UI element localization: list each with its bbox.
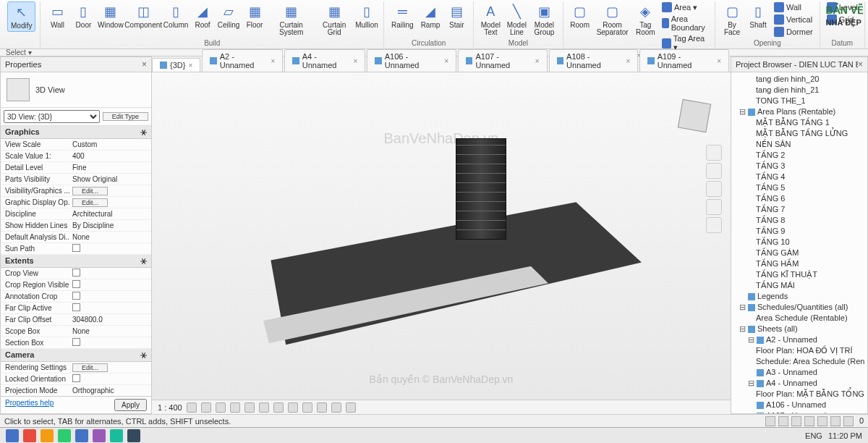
component-button[interactable]: ◫Component [125, 1, 161, 30]
ceiling-button[interactable]: ▱Ceiling [216, 1, 241, 30]
status-icon[interactable] [765, 416, 775, 426]
model-line-button[interactable]: ╲Model Line [504, 1, 529, 38]
prop-row[interactable]: Projection ModeOrthographic [1, 385, 151, 396]
prop-row[interactable]: DisciplineArchitectural [1, 208, 151, 220]
tree-item[interactable]: MẶT BẰNG TẦNG 1 [733, 117, 866, 128]
view-control-icon[interactable] [187, 402, 197, 413]
view-tab[interactable]: A2 - Unnamed× [202, 49, 283, 72]
floor-button[interactable]: ▦Floor [242, 1, 267, 30]
tree-item[interactable]: tang dien hinh_21 [733, 85, 866, 96]
prop-row[interactable]: Scale Value 1:400 [1, 151, 151, 162]
close-icon[interactable]: × [142, 59, 147, 69]
checkbox[interactable] [72, 244, 80, 252]
prop-row[interactable]: Sun Path [1, 243, 151, 255]
view-tab[interactable]: A108 - Unnamed× [549, 49, 639, 72]
tree-item[interactable]: TONG THE_1 [733, 96, 866, 106]
tree-item[interactable]: Legends [733, 291, 866, 302]
view-tab[interactable]: {3D}× [152, 58, 200, 72]
expand-icon[interactable]: ⊟ [747, 335, 754, 345]
modify-button[interactable]: ↖Modify [7, 1, 35, 32]
apply-button[interactable]: Apply [114, 399, 147, 411]
tree-item[interactable]: Floor Plan: MẶT BẰNG TỔNG [733, 389, 866, 400]
view-tab[interactable]: A107 - Unnamed× [458, 49, 548, 72]
door-button[interactable]: ▯Door [71, 1, 95, 30]
prop-row[interactable]: Far Clip Offset304800.0 [1, 314, 151, 326]
tree-item[interactable]: TẦNG 4 [733, 172, 866, 182]
tree-item[interactable]: TẦNG MÁI [733, 280, 866, 291]
tree-item[interactable]: Floor Plan: HOA ĐỒ VỊ TRÍ [733, 345, 866, 356]
checkbox[interactable] [72, 303, 80, 311]
checkbox[interactable] [72, 292, 80, 300]
tab-close-icon[interactable]: × [535, 57, 540, 65]
tree-item[interactable]: TẦNG HẦM [733, 258, 866, 269]
room-separator-button[interactable]: ▢Room Separator [594, 1, 631, 38]
checkbox[interactable] [72, 280, 80, 288]
tab-close-icon[interactable]: × [444, 57, 448, 65]
tree-item[interactable]: A3 - Unnamed [733, 367, 866, 378]
railing-button[interactable]: ═Railing [388, 1, 417, 30]
tree-item[interactable]: A107 - Unnamed [733, 410, 866, 413]
window-button[interactable]: ▦Window [97, 1, 124, 30]
view-tab[interactable]: A106 - Unnamed× [367, 49, 456, 72]
tree-item[interactable]: TẦNG KĨ THUẬT [733, 269, 866, 280]
prop-row[interactable]: Crop View [1, 268, 151, 279]
expand-icon[interactable]: ⊟ [739, 303, 746, 312]
prop-row[interactable]: Far Clip Active [1, 303, 151, 314]
tree-item[interactable]: ⊟Schedules/Quantities (all) [733, 302, 866, 313]
roof-button[interactable]: ◢Roof [190, 1, 215, 30]
edit-button[interactable]: Edit... [72, 187, 108, 195]
tree-item[interactable]: TẦNG 3 [733, 161, 866, 172]
properties-help-link[interactable]: Properties help [5, 399, 54, 411]
tree-item[interactable]: ⊟A4 - Unnamed [733, 378, 866, 389]
wall-opening-button[interactable]: Wall [772, 1, 815, 13]
prop-row[interactable]: Rendering SettingsEdit... [1, 362, 151, 374]
prop-row[interactable]: Locked Orientation [1, 374, 151, 385]
ramp-button[interactable]: ◢Ramp [418, 1, 443, 30]
tag-room-button[interactable]: ◈Tag Room [633, 1, 658, 38]
edit-type-button[interactable]: Edit Type [103, 112, 148, 121]
tree-item[interactable]: tang dien hinh_20 [733, 74, 866, 85]
viewport-3d[interactable]: BanVeNhaDep.vn Bản quyền © BanVeNhaDep.v… [152, 72, 731, 400]
tab-close-icon[interactable]: × [188, 62, 192, 69]
model-text-button[interactable]: AModel Text [478, 1, 503, 38]
prop-row[interactable]: Show Hidden LinesBy Discipline [1, 220, 151, 232]
tab-close-icon[interactable]: × [354, 57, 358, 65]
tree-item[interactable]: ⊟A2 - Unnamed [733, 334, 866, 345]
view-tab[interactable]: A109 - Unnamed× [639, 49, 729, 72]
tree-item[interactable]: MẶT BẰNG TẦNG LỬNG [733, 128, 866, 139]
prop-section-camera[interactable]: Camera⚹ [1, 349, 151, 362]
clock[interactable]: 11:20 PM [828, 431, 862, 440]
view-selector[interactable]: 3D View: {3D} [4, 110, 100, 123]
checkbox[interactable] [72, 338, 80, 346]
tree-item[interactable]: TẦNG 8 [733, 215, 866, 226]
area-boundary-button[interactable]: Area Boundary [660, 14, 710, 33]
language-indicator[interactable]: ENG [805, 431, 822, 440]
prop-row[interactable]: Graphic Display Op...Edit... [1, 197, 151, 208]
tree-item[interactable]: TẦNG 6 [733, 193, 866, 204]
model-group-button[interactable]: ▣Model Group [530, 1, 558, 38]
tree-item[interactable]: ⊟Area Plans (Rentable) [733, 106, 866, 117]
mullion-button[interactable]: ▯Mullion [354, 1, 379, 30]
expand-icon[interactable]: ⊟ [739, 324, 746, 334]
app-icon[interactable] [6, 429, 19, 442]
checkbox[interactable] [72, 269, 80, 277]
room-button[interactable]: ▢Room [568, 1, 592, 30]
checkbox[interactable] [72, 374, 80, 382]
tree-item[interactable]: A106 - Unnamed [733, 400, 866, 410]
shaft-button[interactable]: ▯Shaft [746, 1, 770, 30]
view-cube[interactable] [678, 99, 711, 132]
nav-bar[interactable] [706, 145, 723, 233]
prop-row[interactable]: Crop Region Visible [1, 279, 151, 291]
edit-button[interactable]: Edit... [72, 198, 108, 207]
prop-row[interactable]: Default Analysis Di...None [1, 232, 151, 243]
prop-row[interactable]: Annotation Crop [1, 291, 151, 303]
expand-icon[interactable]: ⊟ [747, 379, 754, 388]
prop-row[interactable]: Parts VisibilityShow Original [1, 174, 151, 185]
tree-item[interactable]: Area Schedule (Rentable) [733, 313, 866, 324]
tree-item[interactable]: TẦNG 2 [733, 150, 866, 161]
view-type-selector[interactable]: 3D View [1, 72, 151, 108]
vertical-button[interactable]: Vertical [772, 14, 815, 25]
view-tab[interactable]: A4 - Unnamed× [284, 49, 365, 72]
by-face-button[interactable]: ▢By Face [720, 1, 744, 38]
curtain-grid-button[interactable]: ▦Curtain Grid [315, 1, 353, 38]
